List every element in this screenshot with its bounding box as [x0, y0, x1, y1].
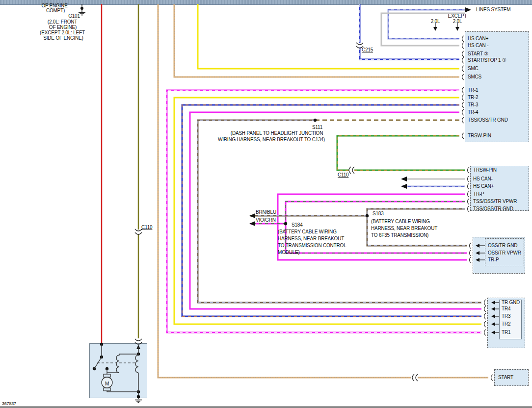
trans_sys-label: (BATTERY CABLE WIRING [371, 219, 430, 224]
toolbar-bottom-strip [0, 0, 532, 5]
g101-label: (EXCEPT 2.0L: LEFT [40, 30, 85, 35]
connector-pin [462, 109, 464, 115]
wire-stripe-gry_org [174, 4, 459, 77]
f50-label: TR1 [502, 330, 510, 335]
pcm_pins-label: HS CAN - [468, 43, 488, 48]
trans_sys-label: TO 6F35 TRANSMISSION) [371, 233, 428, 238]
trans_sys-label: S183 [372, 211, 384, 216]
tcm_pins-label: TSS/OSS/TR GND [473, 206, 513, 211]
wire-stripe-blu_wht [360, 47, 459, 59]
wire-gry_org [174, 4, 459, 77]
connector-link[interactable]: C110 [338, 173, 348, 178]
page-bottom-rule [0, 407, 532, 408]
connector-pin [468, 176, 469, 182]
pcm_pins-label: START/STOP 1 ① [468, 58, 506, 63]
direction-arrow [401, 177, 407, 181]
f35-label: OSS/TR GND [488, 243, 517, 248]
pcm_pins-label: HS CAN+ [468, 36, 488, 41]
pcm_pins-label: TR-4 [468, 110, 478, 115]
s111-label: WIRING HARNESS, NEAR BREAKOUT TO C134) [218, 137, 325, 142]
connector-symbol [416, 374, 418, 381]
connector-pin [462, 51, 464, 57]
connector-pin [462, 43, 464, 49]
pcm_pins-label: TSS/OSS/TR GND [468, 118, 508, 123]
g101-label: COMPT) [46, 8, 65, 13]
connector-pin [470, 257, 471, 263]
connector-link[interactable]: C215 [362, 48, 373, 52]
connector-symbol [135, 339, 142, 341]
connector-pin [468, 206, 469, 212]
g101-label: SIDE OF ENGINE) [43, 36, 83, 41]
module-box-starter-motor [89, 343, 147, 398]
connector-pin [468, 183, 469, 189]
wire-stripe-grn_org [337, 136, 459, 170]
connector-pin [484, 321, 486, 327]
wire-yel [198, 4, 459, 69]
connector-link[interactable]: C110 [141, 225, 152, 230]
pcm_pins-label: TRSW-PIN [468, 133, 491, 138]
tcm_pins-label: TR-P [473, 192, 484, 197]
f50-label: TR4 [502, 306, 510, 311]
s111-label: S111 [312, 125, 322, 130]
connector-pin [462, 36, 464, 42]
wire-brn_blu [198, 120, 481, 303]
connector-pin [484, 306, 486, 312]
trans_sys-label: VIO/GRN [256, 218, 276, 223]
footer-label: 367837 [2, 401, 16, 406]
top_can-label: 2.0L [431, 19, 440, 24]
direction-arrow [249, 221, 255, 226]
connector-symbol [135, 229, 142, 231]
trans_sys-label: MODULE) [278, 250, 300, 255]
pcm_pins-label: TR-3 [468, 102, 478, 107]
top_can-label: EXCEPT [448, 14, 467, 19]
ground-dot [80, 7, 83, 10]
g101-label: G101 [68, 14, 80, 19]
wire-stripe-brn_blu [198, 120, 481, 303]
direction-arrow [455, 27, 459, 31]
connector-pin [462, 102, 464, 108]
trans_sys-label: BRN/BLU [256, 210, 276, 215]
direction-arrow [465, 7, 471, 12]
tcm_pins-label: HS CAN+ [473, 184, 494, 189]
connector-pin [484, 330, 486, 335]
wiring-diagram-page: OF ENGINECOMPT)G101(2.0L: FRONTOF ENGINE… [0, 0, 532, 408]
trans_sys-label: S184 [292, 223, 303, 228]
connector-pin [462, 87, 464, 93]
connector-pin [462, 133, 464, 139]
splice-dot [314, 119, 317, 122]
connector-pin [468, 191, 469, 197]
connector-pin [462, 74, 464, 80]
pcm_pins-label: TR-1 [468, 88, 478, 93]
f50-label: TR2 [502, 322, 510, 327]
g101-label: OF ENGINE) [49, 25, 77, 30]
connector-pin [468, 167, 469, 173]
top_can-label: 2.0L [453, 19, 462, 24]
connector-pin [484, 313, 486, 319]
wire-vio_wht [167, 90, 481, 332]
trans_sys-label: HARNESS, NEAR BREAKOUT [278, 236, 344, 241]
direction-arrow [249, 213, 255, 218]
top_can-label: LINES SYSTEM [476, 7, 510, 12]
connector-symbol [352, 167, 354, 174]
connector-pin [468, 199, 469, 204]
connector-pin [470, 243, 471, 249]
trans_sys-label: (BATTERY CABLE WIRING [278, 230, 337, 234]
wire-stripe-vio_wht [167, 90, 481, 332]
connector-pin [462, 57, 464, 63]
g101-label: (2.0L: FRONT [48, 20, 77, 25]
pcm_pins-label: START ② [468, 51, 488, 56]
connector-pin [484, 300, 486, 306]
wire-yel [174, 98, 481, 324]
connector-symbol [135, 232, 142, 234]
s111-label: (DASH PANEL TO HEADLIGHT JUNCTION [231, 131, 323, 136]
connector-pin [462, 117, 464, 123]
wires-and-symbols-layer [0, 0, 532, 408]
trans_sys-label: HARNESS, NEAR BREAKOUT [371, 226, 437, 231]
f50-label: TR3 [502, 314, 510, 319]
f50-label: TR GND [502, 300, 520, 305]
connector-pin [462, 66, 464, 72]
trans_sys-label: TO TRANSMISSION CONTROL [278, 243, 346, 248]
tcm_pins-label: TRSW-PIN [473, 168, 497, 173]
splice-dot [366, 214, 369, 217]
wire-gry_org [158, 4, 411, 378]
